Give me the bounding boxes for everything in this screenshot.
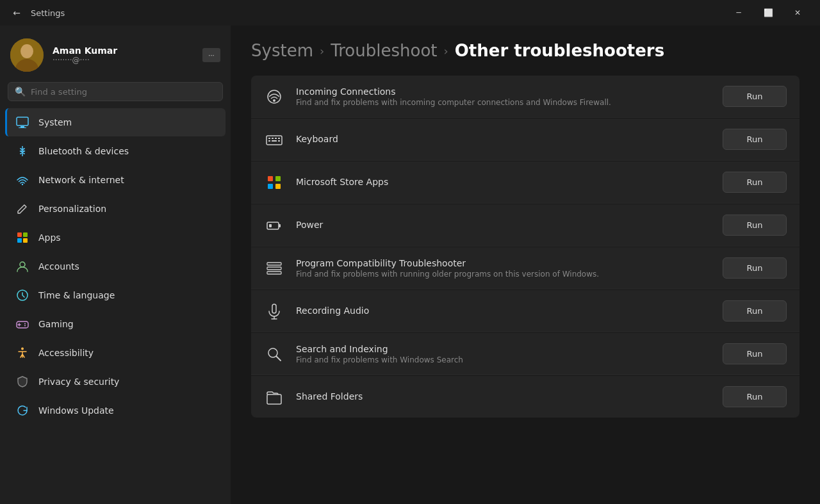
sidebar-item-personalization[interactable]: Personalization [5, 195, 226, 223]
svg-rect-28 [272, 140, 277, 142]
sidebar-item-accessibility-label: Accessibility [38, 348, 94, 358]
search-box[interactable]: 🔍 [8, 82, 223, 101]
shared-folders-text: Shared Folders [296, 391, 711, 403]
svg-rect-24 [272, 138, 274, 139]
incoming-connections-run-button[interactable]: Run [723, 86, 787, 107]
search-container: 🔍 [0, 82, 231, 108]
keyboard-run-button[interactable]: Run [723, 129, 787, 150]
sidebar-item-system[interactable]: System [5, 108, 226, 136]
troubleshooter-recording-audio: Recording Audio Run [251, 290, 800, 332]
program-compat-run-button[interactable]: Run [723, 257, 787, 279]
sidebar-item-accounts[interactable]: Accounts [5, 252, 226, 280]
bluetooth-icon [15, 144, 29, 158]
search-icon: 🔍 [15, 86, 26, 97]
breadcrumb-current: Other troubleshooters [455, 41, 664, 60]
minimize-button[interactable]: ─ [724, 3, 753, 23]
microsoft-store-icon [264, 172, 284, 193]
keyboard-title: Keyboard [296, 134, 711, 144]
shared-folders-run-button[interactable]: Run [723, 386, 787, 407]
recording-audio-icon [264, 301, 284, 321]
back-button[interactable]: ← [8, 4, 26, 22]
power-run-button[interactable]: Run [723, 215, 787, 236]
sidebar-item-gaming[interactable]: Gaming [5, 310, 226, 338]
program-compat-text: Program Compatibility Troubleshooter Fin… [296, 258, 711, 279]
svg-rect-31 [275, 176, 281, 181]
recording-audio-text: Recording Audio [296, 305, 711, 317]
close-button[interactable]: ✕ [783, 3, 812, 23]
windows-update-icon [15, 403, 29, 418]
sidebar-item-privacy[interactable]: Privacy & security [5, 368, 226, 396]
svg-point-17 [24, 323, 26, 325]
privacy-icon [15, 375, 29, 389]
sidebar-item-accessibility[interactable]: Accessibility [5, 339, 226, 367]
content-area: System › Troubleshoot › Other troublesho… [231, 26, 820, 504]
svg-rect-4 [20, 126, 24, 127]
svg-rect-25 [275, 138, 277, 139]
breadcrumb-system[interactable]: System [251, 41, 313, 60]
search-indexing-text: Search and Indexing Find and fix problem… [296, 344, 711, 364]
sidebar-item-personalization-label: Personalization [38, 204, 106, 214]
svg-rect-11 [23, 238, 28, 243]
microsoft-store-title: Microsoft Store Apps [296, 177, 711, 187]
sidebar-item-network-label: Network & internet [38, 175, 124, 185]
program-compat-icon [264, 258, 284, 279]
sidebar-item-bluetooth-label: Bluetooth & devices [38, 146, 129, 156]
svg-rect-5 [19, 127, 26, 128]
svg-rect-37 [267, 263, 281, 265]
recording-audio-run-button[interactable]: Run [723, 300, 787, 321]
breadcrumb-troubleshoot[interactable]: Troubleshoot [331, 41, 437, 60]
svg-rect-27 [268, 140, 270, 142]
search-input[interactable] [31, 87, 216, 97]
incoming-connections-icon [264, 86, 284, 107]
svg-rect-34 [267, 222, 279, 229]
svg-rect-9 [23, 232, 28, 237]
svg-rect-29 [278, 140, 280, 142]
search-indexing-run-button[interactable]: Run [723, 343, 787, 364]
keyboard-icon [264, 129, 284, 150]
sidebar-item-accounts-label: Accounts [38, 261, 79, 272]
sidebar-item-apps[interactable]: Apps [5, 224, 226, 252]
user-info: Aman Kumar ········@···· [53, 45, 193, 65]
titlebar-title: Settings [31, 8, 724, 18]
svg-rect-32 [268, 184, 273, 189]
incoming-connections-title: Incoming Connections [296, 86, 711, 97]
svg-rect-10 [17, 238, 22, 243]
troubleshooter-list: Incoming Connections Find and fix proble… [251, 76, 800, 418]
search-indexing-icon [264, 344, 284, 364]
sidebar-item-time-label: Time & language [38, 290, 115, 300]
svg-point-19 [21, 348, 24, 350]
sidebar-item-windows-update[interactable]: Windows Update [5, 396, 226, 425]
troubleshooter-incoming-connections: Incoming Connections Find and fix proble… [251, 76, 800, 118]
user-profile[interactable]: Aman Kumar ········@···· ··· [0, 26, 231, 82]
troubleshooter-keyboard: Keyboard Run [251, 118, 800, 161]
time-icon [15, 288, 29, 302]
program-compat-desc: Find and fix problems with running older… [296, 270, 711, 279]
sidebar-item-network[interactable]: Network & internet [5, 166, 226, 194]
avatar [10, 38, 44, 72]
sidebar-item-time[interactable]: Time & language [5, 281, 226, 309]
search-indexing-title: Search and Indexing [296, 344, 711, 354]
sidebar-item-apps-label: Apps [38, 232, 61, 243]
maximize-button[interactable]: ⬜ [753, 3, 783, 23]
svg-point-7 [22, 184, 23, 185]
recording-audio-title: Recording Audio [296, 305, 711, 316]
microsoft-store-run-button[interactable]: Run [723, 172, 787, 193]
avatar-image [10, 38, 44, 72]
titlebar: ← Settings ─ ⬜ ✕ [0, 0, 820, 26]
shared-folders-title: Shared Folders [296, 391, 711, 402]
troubleshooter-search-indexing: Search and Indexing Find and fix problem… [251, 333, 800, 375]
microsoft-store-text: Microsoft Store Apps [296, 177, 711, 188]
sidebar-item-privacy-label: Privacy & security [38, 377, 119, 387]
user-email: ········@···· [53, 56, 193, 65]
svg-rect-8 [17, 232, 22, 237]
window-controls: ─ ⬜ ✕ [724, 3, 812, 23]
troubleshooter-shared-folders: Shared Folders Run [251, 376, 800, 418]
incoming-connections-text: Incoming Connections Find and fix proble… [296, 86, 711, 107]
troubleshooter-program-compat: Program Compatibility Troubleshooter Fin… [251, 247, 800, 289]
user-menu-button[interactable]: ··· [202, 48, 220, 62]
user-name: Aman Kumar [53, 45, 193, 56]
sidebar-item-bluetooth[interactable]: Bluetooth & devices [5, 137, 226, 165]
svg-rect-33 [275, 184, 281, 189]
nav-menu: System Bluetooth & devices [0, 108, 231, 425]
program-compat-title: Program Compatibility Troubleshooter [296, 258, 711, 268]
